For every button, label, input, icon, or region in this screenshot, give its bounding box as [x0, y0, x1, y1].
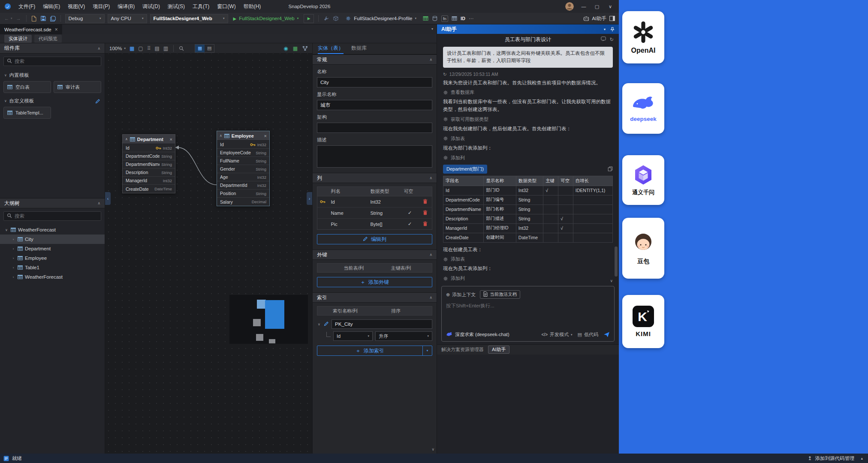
- menu-item-5[interactable]: 调试(D): [139, 0, 164, 13]
- tree-item-employee[interactable]: ›Employee: [0, 253, 105, 263]
- component-search[interactable]: [3, 57, 101, 66]
- custom-templates-group[interactable]: ∨ 自定义模板: [0, 95, 105, 107]
- zoom-dropdown[interactable]: 100%▾: [109, 46, 126, 51]
- close-icon[interactable]: ×: [55, 27, 58, 33]
- add-to-source-control-button[interactable]: 添加到源代码管理: [815, 455, 854, 462]
- collapse-icon[interactable]: ∧: [125, 137, 128, 141]
- navigate-back-dropdown-icon[interactable]: ▾: [11, 17, 12, 20]
- preview-data-icon[interactable]: ◉: [283, 45, 288, 51]
- add-index-dropdown-icon[interactable]: ▾: [422, 346, 432, 355]
- tab-entity-table[interactable]: 实体（表）: [318, 43, 344, 54]
- entity-field-row[interactable]: CreateDateDateTime: [123, 185, 175, 193]
- notifications-caret-icon[interactable]: ▴: [861, 456, 863, 460]
- delete-column-icon[interactable]: [419, 219, 432, 230]
- entity-field-row[interactable]: IdInt32: [123, 144, 175, 152]
- entity-field-row[interactable]: GenderString: [217, 165, 269, 173]
- save-all-icon[interactable]: [50, 15, 56, 22]
- entity-field-row[interactable]: DescriptionString: [123, 168, 175, 177]
- low-code-button[interactable]: ▤低代码: [578, 331, 598, 338]
- tool-call-row[interactable]: 添加列: [443, 155, 613, 161]
- menu-item-6[interactable]: 测试(S): [164, 0, 189, 13]
- expander-icon[interactable]: ›: [11, 247, 15, 251]
- menu-item-2[interactable]: 视图(V): [64, 0, 89, 13]
- tree-item-city[interactable]: ›City: [0, 235, 105, 244]
- solution-platform-dropdown[interactable]: Any CPU▾: [108, 14, 147, 23]
- index-column-dropdown[interactable]: Id▾: [333, 331, 373, 341]
- tree-root-item[interactable]: ∨WeatherForecast: [0, 225, 105, 235]
- entity-field-row[interactable]: IdInt32: [217, 141, 269, 149]
- list-view-icon[interactable]: ▤: [205, 45, 214, 52]
- index-order-dropdown[interactable]: 升序▾: [375, 331, 432, 341]
- entity-field-row[interactable]: DepartmentIdInt32: [217, 181, 269, 189]
- entity-canvas[interactable]: 100%▾ ▦ ▢ ⠿ ▤ ▥ ▦ ▤: [105, 43, 312, 454]
- add-table-icon[interactable]: ▦: [293, 45, 298, 51]
- template-card[interactable]: TableTempl...: [3, 107, 51, 119]
- tab-entity-design[interactable]: 实体设计: [4, 35, 32, 43]
- column-row[interactable]: IdInt32: [317, 196, 432, 207]
- user-avatar[interactable]: [565, 2, 574, 11]
- template-card[interactable]: 审计表: [54, 81, 101, 93]
- template-card[interactable]: 空白表: [3, 81, 51, 93]
- entity-header[interactable]: ∧Department×: [123, 135, 175, 144]
- tab-code-preview[interactable]: 代码预览: [34, 35, 62, 43]
- index-row[interactable]: ∨: [317, 319, 432, 329]
- collapse-icon[interactable]: ∧: [429, 253, 432, 257]
- component-search-input[interactable]: [15, 59, 98, 64]
- indexes-section-header[interactable]: 索引 ∧: [313, 292, 437, 303]
- tab-list-chevron-icon[interactable]: ▾: [431, 27, 433, 31]
- collapse-icon[interactable]: ∧: [97, 201, 100, 205]
- save-icon[interactable]: [40, 15, 47, 22]
- active-document-chip[interactable]: 当前激活文档: [480, 290, 520, 299]
- scroll-down-icon[interactable]: ∨: [431, 447, 434, 451]
- entity-header[interactable]: ∧Employee×: [217, 131, 269, 141]
- grid-toggle-icon[interactable]: ▦: [130, 45, 134, 51]
- diagram-view-icon[interactable]: ▦: [195, 45, 205, 52]
- entity-field-row[interactable]: SalaryDecimal: [217, 198, 269, 206]
- collapse-right-panel-icon[interactable]: ›: [307, 192, 312, 205]
- edit-index-icon[interactable]: [324, 321, 329, 327]
- menu-item-4[interactable]: 编译(B): [114, 0, 139, 13]
- tree-item-department[interactable]: ›Department: [0, 244, 105, 253]
- restore-button[interactable]: ▢: [594, 4, 600, 9]
- entity-department[interactable]: ∧Department×IdInt32DepartmentCodeStringD…: [122, 134, 175, 193]
- ai-assistant-icon[interactable]: [583, 15, 589, 22]
- delete-column-icon[interactable]: [419, 196, 432, 207]
- run-button[interactable]: ▶FullStackDesigner4_Web▾: [231, 14, 301, 23]
- ai-assistant-toolbar-label[interactable]: AI助手: [592, 15, 606, 22]
- ai-conversation[interactable]: 设计员工表和部门表，这两张表之间有外键关联关系。员工表包含但不限于性别，年龄，薪…: [437, 45, 619, 283]
- builtin-templates-group[interactable]: ∨ 内置模板: [0, 69, 105, 81]
- tool-call-row[interactable]: 添加列: [443, 275, 613, 282]
- entity-field-row[interactable]: EmployeeCodeString: [217, 149, 269, 157]
- new-file-icon[interactable]: [31, 15, 37, 22]
- component-library-header[interactable]: 组件库 ∧: [0, 43, 105, 54]
- entity-field-row[interactable]: DepartmentNameString: [123, 160, 175, 168]
- column-row[interactable]: PicByte[]✓: [317, 219, 432, 230]
- run-without-debug-icon[interactable]: ▶: [304, 14, 314, 23]
- close-icon[interactable]: ×: [264, 133, 267, 138]
- tree-item-weatherforecast[interactable]: ›WeatherForecast: [0, 272, 105, 282]
- navigate-forward-icon[interactable]: →: [15, 15, 22, 22]
- expander-icon[interactable]: ›: [11, 256, 15, 260]
- table-icon[interactable]: [451, 15, 458, 22]
- canvas-search-icon[interactable]: [179, 46, 184, 51]
- menu-item-8[interactable]: 窗口(W): [213, 0, 239, 13]
- index-name-input[interactable]: [332, 319, 432, 329]
- align-icon[interactable]: ▤: [154, 45, 159, 51]
- collapse-icon[interactable]: ∧: [429, 57, 432, 62]
- pin-icon[interactable]: [610, 27, 615, 32]
- column-row[interactable]: NameString✓: [317, 207, 432, 219]
- entity-field-row[interactable]: ManagerIdInt32: [123, 177, 175, 185]
- package-icon[interactable]: [332, 15, 339, 22]
- scroll-down-icon[interactable]: ∨: [610, 279, 613, 283]
- menu-item-0[interactable]: 文件(F): [15, 0, 39, 13]
- tab-ai-assistant[interactable]: AI助手: [488, 346, 509, 354]
- new-chat-icon[interactable]: [601, 36, 606, 42]
- tab-solution-explorer[interactable]: 解决方案资源管理器: [441, 346, 484, 353]
- outline-search[interactable]: [3, 211, 101, 221]
- id-column-button[interactable]: ID: [461, 16, 465, 21]
- collapse-icon[interactable]: ∧: [429, 295, 432, 300]
- edit-columns-button[interactable]: 编辑列: [317, 234, 432, 244]
- name-input[interactable]: [317, 77, 432, 87]
- dev-mode-dropdown[interactable]: </>开发模式▾: [542, 331, 573, 338]
- description-input[interactable]: [317, 145, 432, 168]
